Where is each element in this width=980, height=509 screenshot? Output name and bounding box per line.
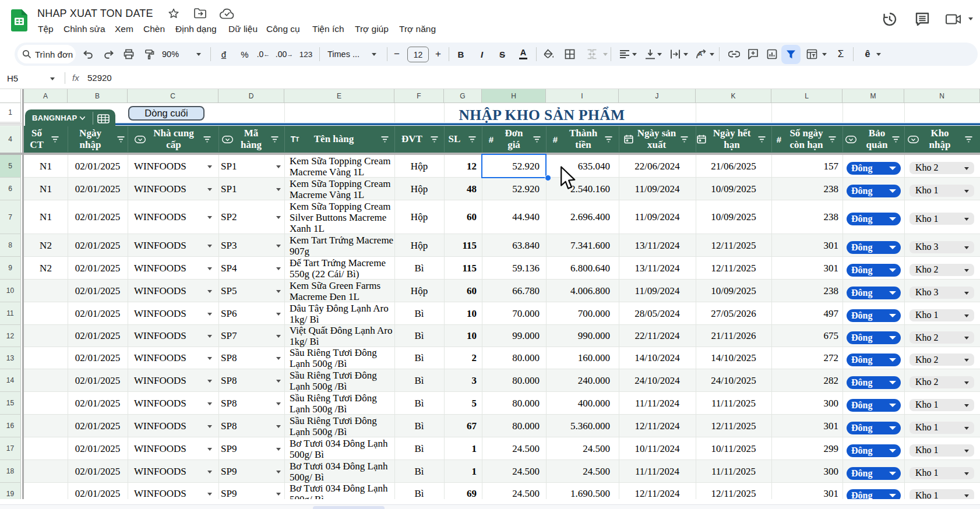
svg-text:A: A: [698, 51, 702, 57]
